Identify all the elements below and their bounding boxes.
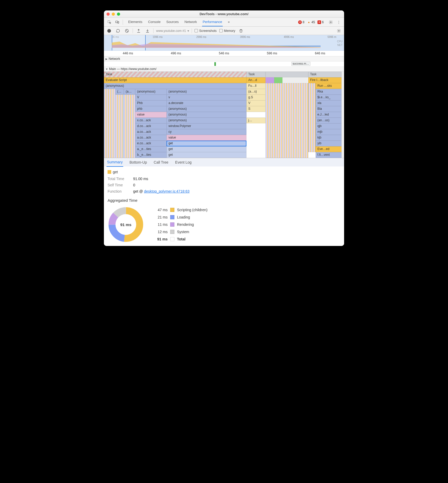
- tab-performance[interactable]: Performance: [202, 18, 222, 26]
- close-icon[interactable]: [107, 13, 110, 16]
- clear-button[interactable]: [124, 28, 130, 34]
- device-toggle-icon[interactable]: [114, 19, 121, 26]
- flame-frame[interactable]: j…: [246, 118, 266, 123]
- flame-task[interactable]: Task: [308, 72, 341, 77]
- flame-frame[interactable]: (anonymous): [135, 89, 167, 95]
- profile-selector[interactable]: www.youtube.com #1 ▾: [156, 29, 189, 33]
- flame-eval-script[interactable]: Evaluate Script: [104, 77, 246, 83]
- flame-frame[interactable]: Run …sks: [316, 83, 341, 89]
- flame-task[interactable]: [266, 72, 308, 77]
- flame-frame[interactable]: xla: [316, 100, 341, 106]
- flame-frame[interactable]: (a…s): [124, 89, 135, 95]
- tab-console[interactable]: Console: [148, 18, 161, 26]
- flame-frame[interactable]: x.co…ack: [135, 118, 167, 123]
- flame-frame[interactable]: a._e…ties: [135, 146, 167, 152]
- flame-frame[interactable]: mjb: [316, 129, 341, 135]
- tab-bottom-up[interactable]: Bottom-Up: [129, 158, 148, 166]
- flame-micro-stack[interactable]: [308, 83, 316, 152]
- tab-call-tree[interactable]: Call Tree: [153, 158, 169, 166]
- maximize-icon[interactable]: [117, 13, 120, 16]
- flame-frame[interactable]: Bla: [316, 106, 341, 112]
- scrollbar[interactable]: [341, 72, 344, 158]
- flame-frame[interactable]: value: [167, 135, 246, 141]
- tab-network[interactable]: Network: [184, 18, 198, 26]
- flame-frame[interactable]: phb: [135, 106, 167, 112]
- flame-frame[interactable]: V: [135, 95, 167, 100]
- memory-checkbox[interactable]: Memory: [219, 29, 235, 33]
- gc-icon[interactable]: [238, 28, 244, 34]
- settings-icon[interactable]: [327, 19, 334, 26]
- download-profile-icon[interactable]: [144, 28, 151, 34]
- tab-elements[interactable]: Elements: [128, 18, 143, 26]
- flame-frame[interactable]: (anonymous): [167, 106, 246, 112]
- upload-profile-icon[interactable]: [135, 28, 142, 34]
- flame-frame[interactable]: cy: [167, 129, 246, 135]
- flame-frame[interactable]: a.decorate: [167, 100, 246, 106]
- flame-frame[interactable]: $i.e…ks_: [316, 95, 341, 100]
- flame-frame[interactable]: (anonymous): [167, 89, 246, 95]
- capture-settings-icon[interactable]: [336, 28, 342, 34]
- flame-frame[interactable]: e.J…led: [316, 112, 341, 118]
- flame-frame[interactable]: b._e…ties: [135, 152, 167, 158]
- flame-frame[interactable]: Fire I…llback: [308, 77, 341, 83]
- tab-sources[interactable]: Sources: [166, 18, 179, 26]
- flame-frame[interactable]: (anonymous): [167, 118, 246, 123]
- tab-summary[interactable]: Summary: [107, 158, 123, 167]
- screenshots-checkbox[interactable]: Screenshots: [194, 29, 217, 33]
- flame-frame[interactable]: g.S: [246, 95, 266, 100]
- tab-event-log[interactable]: Event Log: [175, 158, 192, 166]
- console-error-badge[interactable]: ✕6: [317, 20, 324, 24]
- warning-badge[interactable]: ▲45: [307, 20, 315, 24]
- flame-frame[interactable]: d.co…ack: [135, 123, 167, 129]
- flame-frame[interactable]: (an…us): [316, 118, 341, 123]
- error-badge[interactable]: ✕8: [298, 20, 304, 24]
- timeline-overview[interactable]: 96 ms 1996 ms 2996 ms 3996 ms 4996 ms 59…: [104, 35, 344, 51]
- timeline-ruler[interactable]: 446 ms 496 ms 546 ms 596 ms 646 ms: [104, 51, 344, 56]
- flame-frame[interactable]: a.co…ack: [135, 129, 167, 135]
- flame-frame[interactable]: get: [167, 152, 246, 158]
- flame-micro-stack[interactable]: [266, 83, 308, 158]
- flame-frame[interactable]: qjb: [316, 123, 341, 129]
- flame-frame[interactable]: Rka: [316, 89, 341, 95]
- reload-record-button[interactable]: [115, 28, 121, 34]
- network-track[interactable]: success.m…: [104, 61, 344, 67]
- flame-frame[interactable]: (a…s): [246, 89, 266, 95]
- inspect-icon[interactable]: [106, 19, 113, 26]
- flame-frame[interactable]: e.co…ack: [135, 141, 167, 146]
- flame-frame[interactable]: v: [167, 95, 246, 100]
- flame-frame[interactable]: V: [246, 100, 266, 106]
- flame-micro-stack[interactable]: [124, 95, 135, 158]
- tabs-overflow[interactable]: »: [227, 18, 230, 26]
- flame-frame[interactable]: a.co…ack: [135, 135, 167, 141]
- flame-frame[interactable]: (anonymous): [167, 112, 246, 118]
- flame-frame[interactable]: get: [167, 141, 246, 146]
- flame-frame[interactable]: (…: [115, 89, 124, 95]
- flame-task[interactable]: Task: [246, 72, 266, 77]
- record-button[interactable]: [106, 28, 112, 34]
- flame-frame[interactable]: S: [246, 106, 266, 112]
- flame-frame[interactable]: value: [135, 112, 167, 118]
- flame-frame[interactable]: Fu…ll: [246, 83, 266, 89]
- flame-micro-stack[interactable]: [104, 89, 115, 158]
- flame-frame[interactable]: f.fi…vent: [316, 152, 341, 158]
- flame-frame[interactable]: Eve…ed: [316, 146, 341, 152]
- expand-icon: ▶: [105, 58, 108, 60]
- network-request-chip[interactable]: success.m…: [291, 62, 310, 66]
- flame-frame[interactable]: kjb: [316, 135, 341, 141]
- network-request-bar[interactable]: [214, 62, 216, 66]
- flame-frame[interactable]: get: [167, 146, 246, 152]
- flame-task[interactable]: Task: [104, 72, 246, 77]
- kebab-menu-icon[interactable]: ⋮: [335, 19, 342, 26]
- main-track-header[interactable]: ▼ Main — https://www.youtube.com/: [104, 67, 344, 72]
- flame-frame[interactable]: yib: [316, 141, 341, 146]
- flame-micro-stack[interactable]: [115, 95, 124, 158]
- overview-tick: 1996 ms: [152, 36, 162, 38]
- flame-frame[interactable]: Phb: [135, 100, 167, 106]
- source-link[interactable]: desktop_polymer.js:4718:63: [144, 189, 189, 193]
- flame-chart[interactable]: Task Evaluate Script (anonymous) (… (a…s…: [104, 72, 344, 158]
- minimize-icon[interactable]: [112, 13, 115, 16]
- flame-frame[interactable]: window.Polymer: [167, 123, 246, 129]
- flame-frame[interactable]: An…d: [246, 77, 266, 83]
- flame-frame[interactable]: (anonymous): [104, 83, 246, 89]
- network-track-header[interactable]: ▶ Network: [104, 56, 344, 61]
